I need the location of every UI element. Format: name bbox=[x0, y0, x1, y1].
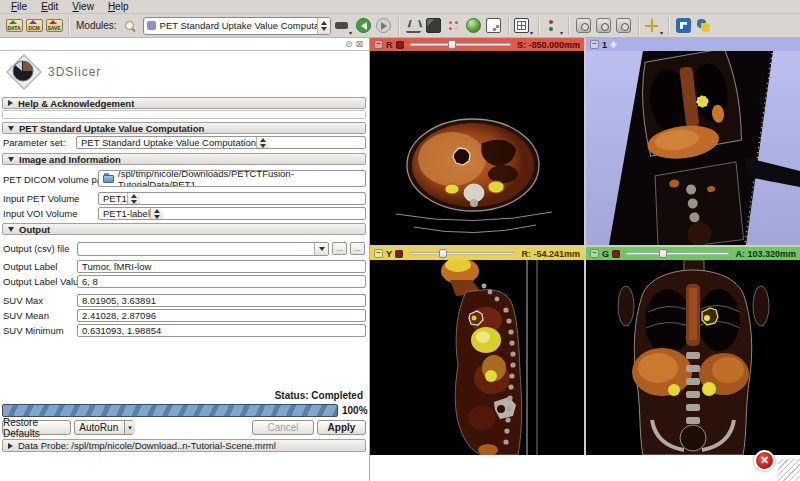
menu-help[interactable]: Help bbox=[101, 1, 136, 12]
threed-render-image[interactable] bbox=[586, 51, 800, 245]
coronal-slice-image[interactable] bbox=[586, 260, 800, 455]
expanded-arrow-icon bbox=[8, 126, 14, 131]
suv-mean-label: SUV Mean bbox=[3, 310, 49, 321]
capture-view-button[interactable] bbox=[574, 16, 594, 36]
input-voi-combobox[interactable]: PET1-label bbox=[98, 207, 366, 220]
load-data-button[interactable]: DATA bbox=[4, 16, 24, 36]
collapse-bar-button[interactable]: − bbox=[374, 40, 383, 49]
slider-handle[interactable] bbox=[448, 40, 456, 49]
volume-rendering-button[interactable] bbox=[424, 16, 444, 36]
suv-min-label: SUV Minimum bbox=[3, 325, 64, 336]
mouse-mode-button[interactable]: ▾ bbox=[544, 16, 564, 36]
collapsed-arrow-icon bbox=[8, 443, 13, 449]
mouse-mode-icon bbox=[544, 18, 559, 33]
markups-icon bbox=[406, 18, 421, 33]
slice-offset-slider[interactable] bbox=[410, 40, 511, 49]
capture-settings-button[interactable] bbox=[614, 16, 634, 36]
slice-offset-slider[interactable] bbox=[626, 249, 729, 258]
suv-max-input[interactable]: 8.01905, 3.63891 bbox=[77, 294, 366, 307]
help-collapsed-pane bbox=[2, 110, 366, 119]
models-button[interactable] bbox=[464, 16, 484, 36]
visibility-icon[interactable] bbox=[396, 41, 404, 49]
combo-spin-arrows[interactable] bbox=[256, 137, 269, 148]
sagittal-slice-image[interactable] bbox=[370, 260, 584, 455]
input-pet-combobox[interactable]: PET1 bbox=[98, 192, 366, 205]
modules-combobox[interactable]: PET Standard Uptake Value Computation bbox=[143, 17, 331, 35]
output-csv-row: Output (csv) file ... ... bbox=[0, 242, 370, 255]
dropdown-arrow-icon[interactable] bbox=[314, 243, 328, 255]
panel-pin-icon[interactable]: ⊘ bbox=[345, 39, 353, 49]
close-notification-button[interactable]: ✕ bbox=[754, 450, 775, 471]
markups-button[interactable] bbox=[404, 16, 424, 36]
collapse-bar-button[interactable]: − bbox=[590, 249, 599, 258]
autorun-button[interactable]: AutoRun ▾ bbox=[74, 420, 134, 435]
slider-handle[interactable] bbox=[659, 249, 667, 258]
spin-view-icon[interactable]: ◈ bbox=[610, 40, 617, 49]
data-probe-header[interactable]: Data Probe: /spl/tmp/nicole/Download..n-… bbox=[2, 439, 366, 452]
module-search-button[interactable] bbox=[120, 16, 140, 36]
panel-close-icon[interactable]: ⊠ bbox=[355, 39, 363, 49]
menu-bar: File Edit View Help bbox=[0, 0, 800, 14]
cancel-button[interactable]: Cancel bbox=[252, 420, 314, 435]
history-icon bbox=[335, 22, 348, 29]
combo-spin-arrows[interactable] bbox=[150, 208, 163, 219]
slider-handle[interactable] bbox=[439, 249, 447, 258]
toolbar-separator bbox=[638, 17, 640, 35]
extensions-button[interactable] bbox=[674, 16, 694, 36]
slider-track bbox=[410, 43, 511, 46]
apply-button[interactable]: Apply bbox=[317, 420, 366, 435]
load-dicom-button[interactable]: DCM bbox=[24, 16, 44, 36]
combo-spin-arrows[interactable] bbox=[317, 18, 330, 34]
module-forward-button[interactable] bbox=[374, 16, 394, 36]
suv-max-label: SUV Max bbox=[3, 295, 43, 306]
suv-min-input[interactable]: 0.631093, 1.98854 bbox=[77, 324, 366, 337]
resize-grip[interactable] bbox=[778, 459, 800, 481]
crosshair-button[interactable]: ▾ bbox=[644, 16, 664, 36]
python-icon bbox=[696, 18, 711, 33]
parameter-set-row: Parameter set: PET Standard Uptake Value… bbox=[0, 136, 370, 149]
slicer-logo-icon bbox=[6, 54, 42, 90]
output-label-value-input[interactable]: 6, 8 bbox=[77, 275, 366, 288]
viewport-green-coronal: − G A: 103.320mm bbox=[586, 247, 800, 455]
output-csv-combobox[interactable] bbox=[77, 242, 329, 256]
module-history-button[interactable]: ▾ bbox=[334, 16, 354, 36]
visibility-icon[interactable] bbox=[395, 250, 403, 258]
menu-view[interactable]: View bbox=[65, 1, 101, 12]
visibility-icon[interactable] bbox=[612, 250, 620, 258]
slice-view-letter: R bbox=[386, 40, 393, 50]
autorun-dropdown-icon[interactable]: ▾ bbox=[124, 421, 135, 434]
menu-file[interactable]: File bbox=[4, 1, 34, 12]
restore-defaults-button[interactable]: Restore Defaults bbox=[2, 420, 71, 435]
collapse-bar-button[interactable]: − bbox=[374, 249, 383, 258]
module-icon bbox=[147, 21, 156, 30]
suv-mean-input[interactable]: 2.41028, 2.87096 bbox=[77, 309, 366, 322]
image-info-header[interactable]: Image and Information bbox=[2, 153, 366, 165]
browse-file-alt-button[interactable]: ... bbox=[350, 242, 365, 255]
output-section-header[interactable]: Output bbox=[2, 223, 366, 235]
fiducials-button[interactable] bbox=[444, 16, 464, 36]
toolbar-separator bbox=[68, 17, 70, 35]
output-label-input[interactable]: Tumor, fMRI-low bbox=[77, 260, 366, 273]
menu-edit[interactable]: Edit bbox=[34, 1, 65, 12]
green-slice-controller-bar: − G A: 103.320mm bbox=[586, 247, 800, 260]
collapse-bar-button[interactable]: − bbox=[590, 40, 599, 49]
module-back-button[interactable] bbox=[354, 16, 374, 36]
layout-selector-button[interactable]: ▾ bbox=[514, 16, 534, 36]
load-data-icon: DATA bbox=[6, 19, 23, 32]
suv-max-row: SUV Max 8.01905, 3.63891 bbox=[0, 294, 370, 307]
axial-slice-image[interactable] bbox=[370, 51, 584, 245]
help-acknowledgement-header[interactable]: Help & Acknowledgement bbox=[2, 97, 366, 109]
capture-annotated-button[interactable] bbox=[594, 16, 614, 36]
screenshot-button[interactable] bbox=[484, 16, 504, 36]
sphere-icon bbox=[466, 18, 481, 33]
save-button[interactable]: SAVE bbox=[44, 16, 64, 36]
slice-offset-slider[interactable] bbox=[409, 249, 515, 258]
layout-grid-icon bbox=[514, 18, 529, 33]
browse-file-button[interactable]: ... bbox=[332, 242, 347, 255]
module-section-header[interactable]: PET Standard Uptake Value Computation bbox=[2, 122, 366, 134]
dicom-path-field[interactable]: /spl/tmp/nicole/Downloads/PETCTFusion-Tu… bbox=[98, 170, 366, 187]
python-console-button[interactable] bbox=[694, 16, 714, 36]
parameter-set-combobox[interactable]: PET Standard Uptake Value Computation bbox=[76, 136, 366, 149]
parameter-set-label: Parameter set: bbox=[3, 137, 65, 148]
combo-spin-arrows[interactable] bbox=[127, 193, 140, 204]
